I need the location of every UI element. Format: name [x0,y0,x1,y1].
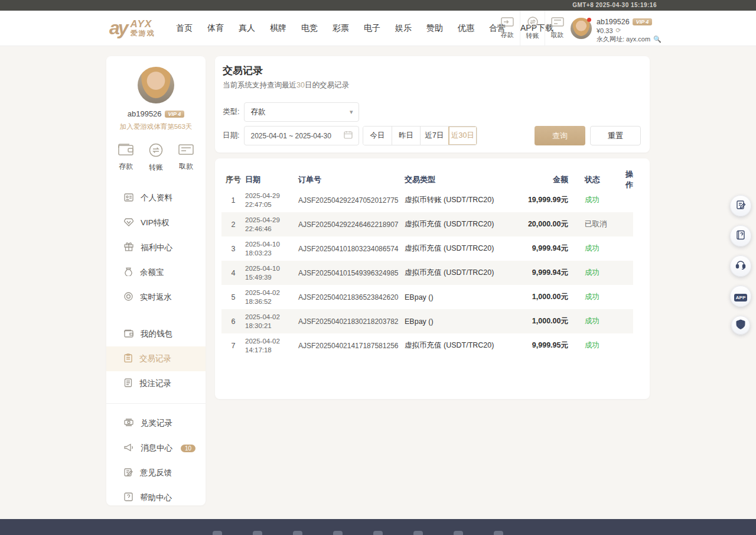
sidebar-transfer-button[interactable]: 转账 [149,143,163,173]
footer-partner-logos [213,531,503,535]
type-select[interactable]: 存款 ▾ [244,102,359,122]
status-badge: 成功 [568,195,618,205]
header-withdraw-button[interactable]: 取款 [545,11,569,46]
coins-icon [124,419,133,428]
sidebar-item-wallet[interactable]: 我的钱包 [106,322,206,346]
wallet-withdraw-icon [178,143,194,158]
status-badge: 成功 [568,292,618,302]
menu-divider [106,403,206,404]
table-row: 5 2025-04-0218:36:52 AJSF202504021836523… [221,285,633,309]
nav-slots[interactable]: 电子 [364,23,380,34]
sidebar-item-rebate[interactable]: 实时返水 [106,285,206,310]
logo-name: AYX [131,19,155,29]
withdraw-card-icon [551,17,564,29]
range-30days-button[interactable]: 近30日 [448,127,477,145]
logo-subname: 爱游戏 [131,29,155,37]
profile-sidebar: ab199526 VIP 4 加入爱游戏体育第563天 存款 转账 取款 个人资… [106,56,206,505]
nav-lottery[interactable]: 彩票 [333,23,349,34]
header-user-box: ab199526 VIP 4 ¥0.33 ⟳ 永久网址: ayx.com 🔍 [571,18,662,44]
sidebar-menu: 个人资料 VIP特权 福利中心 余额宝 实时返水 我的钱包 交易记录 [106,186,206,505]
sidebar-withdraw-button[interactable]: 取款 [178,143,194,173]
headset-icon [735,260,746,272]
sidebar-username: ab199526 [128,109,162,118]
sidebar-avatar[interactable] [138,67,174,103]
quick-range-group: 今日 昨日 近7日 近30日 [363,126,477,145]
clipboard-icon [124,354,132,364]
sidebar-item-transactions[interactable]: 交易记录 [106,346,206,371]
wallet-transfer-icon [149,143,163,160]
permanent-url: 永久网址: ayx.com [597,35,650,44]
filter-card: 交易记录 当前系统支持查询最近30日的交易记录 类型: 存款 ▾ 日期: 202… [215,56,650,153]
table-row: 4 2025-04-1015:49:39 AJSF202504101549396… [221,261,633,285]
sidebar-item-welfare[interactable]: 福利中心 [106,235,206,260]
status-badge: 成功 [568,268,618,278]
app-download-icon: APP [734,291,747,301]
table-row: 7 2025-04-0214:17:18 AJSF202504021417187… [221,333,633,358]
gift-icon [124,242,133,253]
sidebar-item-bets[interactable]: 投注记录 [106,371,206,396]
nav-entertainment[interactable]: 娱乐 [395,23,412,34]
table-row: 3 2025-04-1018:03:23 AJSF202504101803234… [221,236,633,261]
chevron-down-icon: ▾ [350,108,353,116]
page-subtitle: 当前系统支持查询最近30日的交易记录 [223,80,349,90]
id-card-icon [124,193,133,203]
status-badge: 已取消 [568,219,618,229]
customer-service-float-button[interactable] [730,255,751,277]
table-row: 1 2025-04-2922:47:05 AJSF202504292247052… [221,188,633,212]
nav-promo[interactable]: 优惠 [458,23,474,34]
nav-home[interactable]: 首页 [176,23,193,34]
sidebar-deposit-button[interactable]: 存款 [118,143,133,173]
joined-days: 加入爱游戏体育第563天 [106,122,206,131]
balance-value: ¥0.33 [597,27,613,34]
reset-button[interactable]: 重置 [590,126,641,145]
nav-board-games[interactable]: 棋牌 [270,23,286,34]
svg-text:OK: OK [738,322,743,326]
search-icon[interactable]: 🔍 [653,35,662,43]
nav-sponsor[interactable]: 赞助 [426,23,443,34]
note-edit-icon [736,200,746,212]
wallet-deposit-icon [118,143,133,158]
nav-live[interactable]: 真人 [239,23,255,34]
document-icon [124,378,132,389]
table-header-row: 序号 日期 订单号 交易类型 金额 状态 操作 [221,169,633,188]
table-row: 2 2025-04-2922:46:46 AJSF202504292246462… [221,212,633,236]
status-badge: 成功 [568,244,618,254]
search-button[interactable]: 查询 [535,126,585,145]
help-float-button[interactable] [730,225,751,247]
sidebar-vip-badge: VIP 4 [165,111,185,118]
app-download-float-button[interactable]: APP [730,286,751,307]
notification-dot [587,18,591,22]
nav-esports[interactable]: 电竞 [301,23,318,34]
range-yesterday-button[interactable]: 昨日 [392,127,420,145]
header-transfer-button[interactable]: 转账 [520,11,545,46]
security-float-button[interactable]: OK [731,316,750,335]
page-footer [0,519,756,535]
sidebar-item-feedback[interactable]: 意见反馈 [106,461,206,485]
sidebar-item-redeem[interactable]: 兑奖记录 [106,411,206,436]
site-logo[interactable]: ay AYX 爱游戏 [109,17,155,39]
sidebar-item-profile[interactable]: 个人资料 [106,186,206,210]
sidebar-item-help[interactable]: 帮助中心 [106,485,206,505]
help-book-icon [736,230,745,242]
user-avatar[interactable] [571,18,592,39]
shield-ok-icon: OK [736,319,745,332]
header-deposit-button[interactable]: 存款 [495,11,520,46]
sidebar-item-yuebao[interactable]: 余额宝 [106,260,206,285]
sidebar-item-messages[interactable]: 消息中心 10 [106,436,206,461]
wallet-icon [124,329,133,339]
username: ab199526 [597,18,630,26]
header-quick-actions: 存款 转账 取款 [495,11,569,46]
question-icon [124,492,133,503]
type-label: 类型: [223,107,239,117]
range-today-button[interactable]: 今日 [363,127,392,145]
server-time: GMT+8 2025-04-30 15:19:16 [0,0,756,11]
sidebar-item-vip[interactable]: VIP特权 [106,210,206,235]
date-range-input[interactable]: 2025-04-01 ~ 2025-04-30 [244,126,359,145]
vip-badge: VIP 4 [633,18,653,25]
feedback-pen-icon [124,468,133,478]
balance-refresh-icon[interactable]: ⟳ [616,27,621,34]
range-7days-button[interactable]: 近7日 [420,127,448,145]
feedback-float-button[interactable] [730,195,751,216]
nav-sports[interactable]: 体育 [207,23,224,34]
target-icon [124,292,133,303]
